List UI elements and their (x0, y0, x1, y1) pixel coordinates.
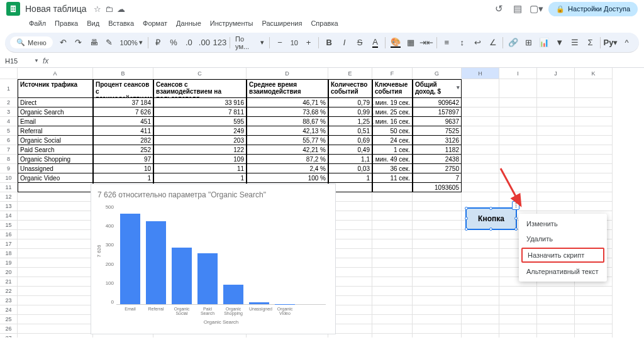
cell[interactable]: Unassigned (18, 164, 93, 173)
valign-icon[interactable]: ↕ (455, 36, 469, 50)
cell[interactable] (499, 136, 537, 145)
cell[interactable]: 2750 (413, 164, 462, 173)
cell[interactable]: 0,99 (328, 107, 372, 117)
cell[interactable] (575, 79, 613, 98)
wrap-icon[interactable]: ↩ (470, 36, 485, 50)
cell[interactable] (537, 155, 575, 164)
cell[interactable] (413, 268, 462, 277)
cell[interactable]: 42,21 % (247, 145, 328, 155)
cell[interactable] (372, 221, 413, 230)
cell[interactable] (413, 315, 462, 324)
row-header[interactable]: 24 (0, 305, 18, 315)
cell[interactable] (413, 334, 462, 337)
collapse-icon[interactable]: ^ (619, 36, 634, 50)
cell[interactable] (18, 230, 93, 239)
cell[interactable] (462, 230, 499, 239)
cell[interactable] (462, 126, 499, 136)
cell[interactable] (372, 249, 413, 258)
cell[interactable]: Сеансов с взаимодействием на пользовател… (153, 79, 247, 98)
col-header[interactable]: E (328, 68, 372, 79)
cell[interactable]: 1,1 (328, 155, 372, 164)
resize-handle[interactable] (489, 228, 492, 231)
cell[interactable] (372, 324, 413, 334)
resize-handle[interactable] (514, 228, 518, 231)
menu-Формат[interactable]: Формат (139, 18, 171, 29)
cell[interactable]: 36 сек. (372, 164, 413, 173)
ctx-item[interactable]: Изменить (519, 216, 607, 231)
filterviews-icon[interactable]: ☰ (567, 36, 582, 50)
cell[interactable]: Процент сеансов с взаимодействием (93, 79, 153, 98)
cell[interactable]: 7 811 (153, 107, 247, 117)
resize-handle[interactable] (465, 207, 468, 210)
cell[interactable] (413, 305, 462, 315)
cell[interactable] (462, 183, 499, 192)
undo-icon[interactable]: ↶ (56, 36, 70, 50)
cell[interactable] (575, 107, 613, 117)
cell[interactable] (462, 164, 499, 173)
cell[interactable] (462, 98, 499, 107)
cell[interactable]: 2,4 % (247, 164, 328, 173)
cell[interactable] (575, 145, 613, 155)
cell[interactable] (499, 296, 537, 305)
cell[interactable]: 1 мин. 25 сек. (372, 107, 413, 117)
cell[interactable] (537, 164, 575, 173)
comments-icon[interactable]: ▤ (510, 1, 525, 16)
doc-title[interactable]: Новая таблица (25, 4, 87, 14)
cell[interactable] (499, 117, 537, 126)
cell[interactable] (575, 183, 613, 192)
share-button[interactable]: 🔒 Настройки Доступа (548, 2, 638, 16)
italic-icon[interactable]: I (337, 36, 352, 50)
cell[interactable]: 157897 (413, 107, 462, 117)
cell[interactable]: 1 (328, 173, 372, 183)
decrease-decimal-icon[interactable]: .0 (182, 36, 196, 50)
cell[interactable] (18, 315, 93, 324)
cell[interactable]: 909642 (413, 98, 462, 107)
row-header[interactable]: 25 (0, 315, 18, 324)
cell[interactable]: 100 % (247, 173, 328, 183)
search-menu[interactable]: 🔍 Меню (10, 36, 53, 48)
cell[interactable] (18, 183, 93, 192)
ctx-item[interactable]: Альтернативный текст (519, 264, 607, 279)
col-header[interactable]: B (93, 68, 153, 79)
cell[interactable]: 1093605 (413, 183, 462, 192)
cell[interactable] (372, 192, 413, 202)
cell[interactable] (575, 305, 613, 315)
fontsize-plus[interactable]: + (301, 36, 316, 50)
menu-Справка[interactable]: Справка (307, 18, 341, 29)
cell[interactable] (413, 277, 462, 287)
cell[interactable] (18, 268, 93, 277)
cell[interactable] (372, 334, 413, 337)
cell[interactable] (372, 305, 413, 315)
cell[interactable] (462, 192, 499, 202)
increase-decimal-icon[interactable]: .00 (197, 36, 211, 50)
cell[interactable] (18, 296, 93, 305)
cell[interactable] (537, 334, 575, 337)
col-header[interactable]: I (499, 68, 537, 79)
cell[interactable] (413, 221, 462, 230)
cell[interactable] (575, 117, 613, 126)
row-header[interactable]: 27 (0, 334, 18, 337)
cell[interactable] (18, 211, 93, 221)
cell[interactable]: Organic Shopping (18, 155, 93, 164)
cell[interactable] (18, 287, 93, 296)
halign-icon[interactable]: ≡ (440, 36, 454, 50)
cell[interactable]: 1182 (413, 145, 462, 155)
cell[interactable] (575, 315, 613, 324)
cell[interactable] (372, 239, 413, 249)
row-header[interactable]: 15 (0, 221, 18, 230)
row-header[interactable]: 14 (0, 211, 18, 221)
cell[interactable]: Email (18, 117, 93, 126)
cell[interactable] (537, 315, 575, 324)
menu-Расширения[interactable]: Расширения (258, 18, 306, 29)
format-icon[interactable]: 123 (213, 36, 227, 50)
cell[interactable] (575, 324, 613, 334)
cell[interactable]: 3126 (413, 136, 462, 145)
cell[interactable] (18, 239, 93, 249)
cell[interactable] (18, 334, 93, 337)
text-color-icon[interactable]: A (368, 36, 382, 50)
cell[interactable] (18, 258, 93, 268)
cell[interactable] (575, 164, 613, 173)
cell[interactable]: 411 (93, 126, 153, 136)
cell[interactable] (18, 305, 93, 315)
cell[interactable] (537, 183, 575, 192)
